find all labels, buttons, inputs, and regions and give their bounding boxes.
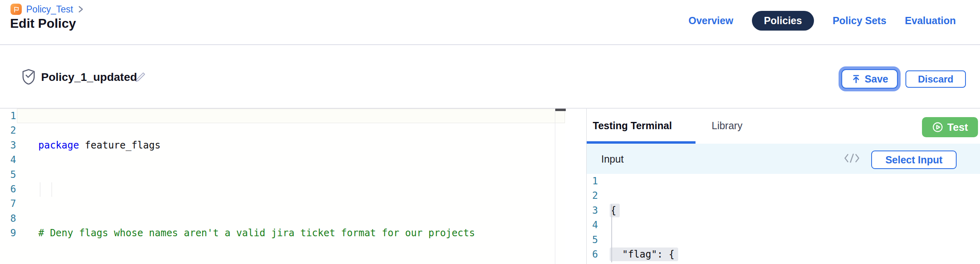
breadcrumb-chevron-icon: [77, 5, 84, 14]
nav-tab-evaluation[interactable]: Evaluation: [905, 15, 956, 27]
save-button[interactable]: Save: [841, 69, 898, 89]
terminal-tab-row: Testing Terminal Library: [587, 109, 980, 144]
input-section-label: Input: [601, 153, 624, 165]
header-divider: [0, 44, 980, 45]
edit-name-pencil-icon[interactable]: [134, 71, 147, 84]
editor-right-border: [555, 109, 555, 264]
nav-tab-overview[interactable]: Overview: [688, 15, 733, 27]
breadcrumb-project-link[interactable]: Policy_Test: [26, 4, 73, 15]
edit-policy-page: Policy_Test Edit Policy Overview Policie…: [0, 0, 980, 264]
code-line: [38, 182, 504, 196]
editor-code: package feature_flags # Deny flags whose…: [38, 109, 504, 264]
code-line: # Deny flags whose names aren't a valid …: [38, 226, 504, 240]
json-line: {: [610, 203, 818, 218]
json-line: "flag": {: [610, 247, 818, 262]
module-nav: Overview Policies Policy Sets Evaluation: [688, 9, 956, 32]
discard-button[interactable]: Discard: [905, 70, 966, 88]
select-input-button[interactable]: Select Input: [871, 151, 957, 169]
code-line: package feature_flags: [38, 138, 504, 153]
tab-testing-terminal[interactable]: Testing Terminal: [593, 120, 672, 132]
test-button-label: Test: [947, 121, 968, 134]
feature-flags-module-icon: [10, 4, 22, 15]
editor-scrollbar-thumb[interactable]: [555, 109, 566, 111]
code-view-toggle-icon[interactable]: [844, 153, 860, 164]
policy-code-editor[interactable]: 12 34 56 78 9 package feature_flags # De…: [0, 109, 565, 264]
test-input-json-editor[interactable]: 12 34 56 { "flag": { "createdAt": 165116…: [587, 174, 980, 264]
nav-tab-policies[interactable]: Policies: [752, 11, 814, 31]
policy-shield-icon: [21, 68, 36, 85]
play-circle-icon: [932, 122, 943, 133]
editor-line-numbers: 12 34 56 78 9: [0, 109, 16, 241]
tab-library[interactable]: Library: [712, 120, 742, 132]
indent-guide: [40, 182, 40, 197]
breadcrumb: Policy_Test: [10, 4, 84, 15]
policy-name: Policy_1_updated: [41, 71, 137, 84]
page-title: Edit Policy: [10, 16, 76, 31]
json-line-numbers: 12 34 56: [587, 174, 598, 262]
test-button[interactable]: Test: [922, 117, 978, 137]
indent-guide: [52, 182, 52, 197]
save-button-label: Save: [865, 73, 888, 85]
nav-tab-policy-sets[interactable]: Policy Sets: [833, 15, 886, 27]
upload-arrow-icon: [851, 74, 861, 84]
json-code: { "flag": { "createdAt": 1651160816056, …: [610, 174, 818, 264]
indent-guide: [611, 204, 612, 262]
